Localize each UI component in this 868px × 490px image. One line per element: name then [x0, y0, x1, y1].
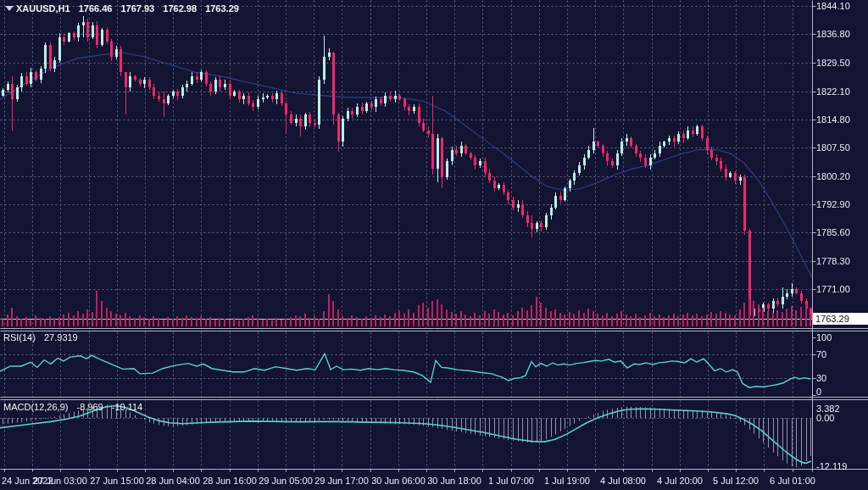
price-tick-label: 1800.20 [816, 171, 850, 181]
price-tick-label: 1836.80 [816, 29, 850, 39]
ohlc-open: 1766.46 [79, 3, 113, 14]
rsi-indicator-label: RSI(14) 27.9319 [3, 332, 84, 342]
current-price-badge: 1763.29 [813, 313, 868, 325]
time-tick-label: 4 Jul 20:00 [657, 476, 703, 486]
time-tick-label: 27 Jun 15:00 [90, 476, 144, 486]
macd-indicator-label: MACD(12,26,9) -8.969 -10.114 [3, 402, 148, 412]
time-tick-label: 6 Jul 01:00 [770, 476, 815, 486]
time-tick-label: 28 Jun 16:00 [203, 476, 257, 486]
symbol-dropdown-icon[interactable] [5, 6, 14, 11]
time-tick-label: 30 Jun 18:00 [427, 476, 481, 486]
ohlc-low: 1762.98 [163, 3, 197, 14]
macd-name: MACD(12,26,9) [3, 402, 68, 412]
time-tick-label: 29 Jun 05:00 [259, 476, 313, 486]
price-tick-label: 1792.90 [816, 199, 850, 209]
macd-scale-label: 0.00 [816, 413, 834, 423]
ohlc-high: 1767.93 [120, 3, 154, 14]
macd-scale-label: -12.119 [816, 461, 848, 471]
rsi-value: 27.9319 [44, 332, 78, 342]
time-tick-label: 29 Jun 17:00 [314, 476, 369, 486]
price-tick-label: 1807.50 [816, 142, 850, 153]
rsi-scale-label: 30 [816, 373, 826, 383]
rsi-scale-label: 0 [816, 387, 821, 397]
price-tick-label: 1822.10 [816, 86, 850, 97]
price-tick-label: 1829.50 [816, 58, 850, 68]
time-tick-label: 28 Jun 04:00 [146, 476, 200, 486]
rsi-name: RSI(14) [3, 332, 36, 342]
price-tick-label: 1814.80 [816, 114, 850, 125]
price-tick-label: 1844.10 [816, 1, 850, 11]
time-tick-label: 27 Jun 03:00 [33, 476, 87, 486]
symbol-period-label: XAUUSD,H1 [16, 3, 70, 14]
time-tick-label: 4 Jul 08:00 [600, 476, 646, 486]
ohlc-close: 1763.29 [205, 3, 239, 14]
time-tick-label: 5 Jul 12:00 [713, 476, 759, 486]
time-tick-label: 1 Jul 07:00 [488, 476, 534, 486]
price-tick-label: 1785.60 [816, 227, 850, 237]
time-tick-label: 30 Jun 06:00 [371, 476, 426, 486]
rsi-scale-label: 100 [816, 332, 832, 342]
macd-signal-value: -10.114 [112, 402, 143, 412]
trading-chart-window: XAUUSD,H1 1766.46 1767.93 1762.98 1763.2… [0, 0, 868, 490]
chart-header: XAUUSD,H1 1766.46 1767.93 1762.98 1763.2… [16, 3, 245, 14]
price-tick-label: 1771.00 [816, 284, 850, 294]
rsi-scale-label: 70 [816, 349, 826, 359]
price-tick-label: 1778.30 [816, 256, 850, 266]
time-tick-label: 1 Jul 19:00 [544, 476, 590, 486]
chart-canvas[interactable] [0, 0, 868, 490]
macd-main-value: -8.969 [76, 402, 103, 412]
